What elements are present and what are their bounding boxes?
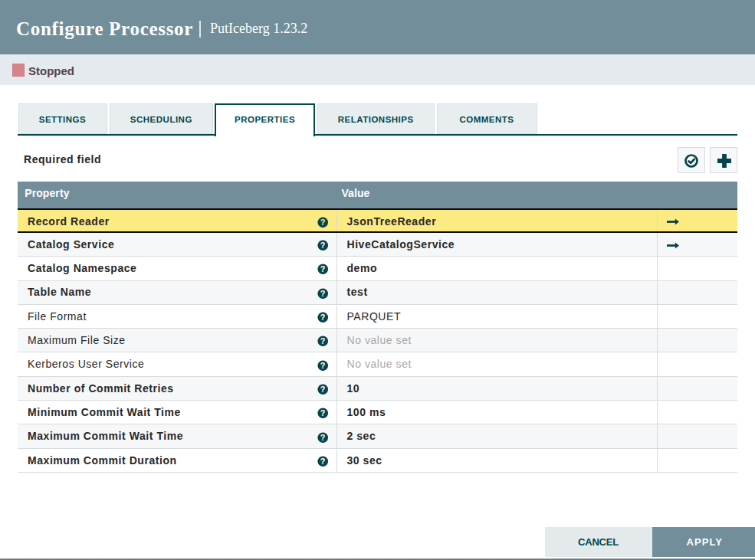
svg-text:?: ?: [320, 456, 326, 465]
svg-text:?: ?: [320, 217, 326, 226]
svg-text:?: ?: [320, 360, 326, 369]
svg-text:?: ?: [320, 432, 326, 441]
svg-text:?: ?: [320, 384, 326, 393]
svg-text:?: ?: [320, 288, 326, 297]
svg-text:?: ?: [320, 408, 326, 418]
svg-text:?: ?: [320, 264, 326, 273]
svg-text:?: ?: [320, 241, 326, 250]
svg-text:?: ?: [320, 313, 326, 322]
svg-text:?: ?: [320, 336, 326, 345]
